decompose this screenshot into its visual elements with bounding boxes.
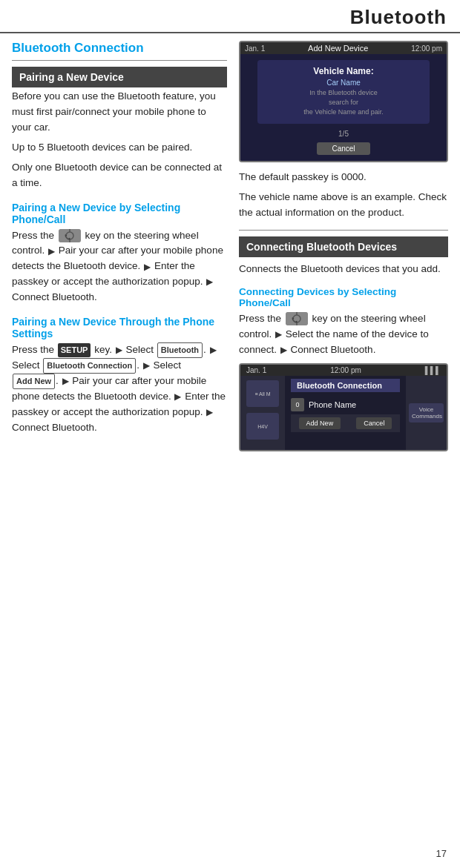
bt-connection-badge: Bluetooth Connection <box>43 358 136 374</box>
svg-text:📞: 📞 <box>65 233 71 240</box>
description-line2: The vehicle name above is an example. Ch… <box>239 190 448 221</box>
pairing-through-settings-heading: Pairing a New Device Through the Phone S… <box>12 316 227 339</box>
screenshot2-add-new-btn[interactable]: Add New <box>299 417 341 429</box>
setup-badge: SETUP <box>58 343 91 357</box>
screenshot2-voice-btn[interactable]: Voice Commands <box>409 403 444 423</box>
pairing-by-phone-heading: Pairing a New Device by Selecting Phone/… <box>12 202 227 225</box>
screenshot1-small1: In the Bluetooth device <box>269 89 418 96</box>
page-title: Bluetooth <box>13 6 447 29</box>
section-title-bluetooth-connection: Bluetooth Connection <box>12 41 227 56</box>
screenshot2-time: 12:00 pm <box>330 366 361 374</box>
svg-text:📞: 📞 <box>292 317 298 323</box>
pairing-para1: Before you can use the Bluetooth feature… <box>12 89 227 136</box>
pairing-through-settings-text: Press the SETUP key. ▶ Select Bluetooth.… <box>12 342 227 436</box>
section-divider <box>12 60 227 61</box>
page-number: 17 <box>436 848 447 859</box>
screenshot2-panel-title: Bluetooth Connection <box>291 379 400 392</box>
screenshot2-bottom-bar: Add New Cancel <box>291 414 400 432</box>
screenshot2-right-side: Voice Commands <box>406 376 447 450</box>
connecting-by-phone-heading: Connecting Devices by Selecting Phone/Ca… <box>239 286 448 308</box>
screenshot1-title: Add New Device <box>265 44 411 53</box>
screenshot1-cancel: Cancel <box>317 142 369 155</box>
screenshot2-date: Jan. 1 <box>246 366 266 374</box>
sidebar-htv-item: H4V <box>246 413 279 440</box>
screenshot2-top-bar: Jan. 1 12:00 pm ▌▌▌ <box>240 365 447 376</box>
connecting-divider <box>239 230 448 231</box>
pairing-para2: Up to 5 Bluetooth devices can be paired. <box>12 140 227 156</box>
connecting-by-phone-text: Press the 📞 key on the steering wheel co… <box>239 311 448 358</box>
screenshot2-signal: ▌▌▌ <box>425 366 441 374</box>
bluetooth-badge: Bluetooth <box>157 342 203 358</box>
right-column: Jan. 1 Add New Device 12:00 pm Vehicle N… <box>239 41 448 451</box>
steer-wheel-icon: 📞 <box>59 229 81 242</box>
screenshot-add-new-device: Jan. 1 Add New Device 12:00 pm Vehicle N… <box>239 41 448 162</box>
screenshot1-card-value: Car Name <box>269 79 418 87</box>
screenshot2-body: ≡ All M H4V Bluetooth Connection 0 Phone… <box>240 376 447 450</box>
connecting-section: Connecting Bluetooth Devices Connects th… <box>239 230 448 277</box>
main-content: Bluetooth Connection Pairing a New Devic… <box>0 33 460 459</box>
screenshot2-phone-name: Phone Name <box>309 400 356 409</box>
connecting-bt-heading: Connecting Bluetooth Devices <box>239 236 448 257</box>
page-header: Bluetooth <box>0 0 460 33</box>
screenshot1-small3: the Vehicle Name and pair. <box>269 108 418 116</box>
pairing-new-device-heading: Pairing a New Device <box>12 67 227 87</box>
screenshot-bt-connection: Jan. 1 12:00 pm ▌▌▌ ≡ All M H4V Bluetoot… <box>239 363 448 451</box>
sidebar-menu-item: ≡ All M <box>246 380 279 407</box>
pairing-para3: Only one Bluetooth device can be connect… <box>12 160 227 191</box>
description-line1: The default passkey is 0000. <box>239 170 448 185</box>
add-new-badge: Add New <box>13 374 55 389</box>
screenshot2-sidebar: ≡ All M H4V <box>240 376 285 450</box>
screenshot1-card: Vehicle Name: Car Name In the Bluetooth … <box>257 60 430 124</box>
screenshot2-phone-item: 0 Phone Name <box>291 395 400 414</box>
screenshot1-content: Vehicle Name: Car Name In the Bluetooth … <box>240 54 447 161</box>
screenshot1-time: 12:00 pm <box>411 44 442 53</box>
screenshot1-pagination: 1/5 <box>338 130 349 138</box>
screenshot1-card-title: Vehicle Name: <box>269 66 418 76</box>
pairing-by-phone-text: Press the 📞 key on the steering wheel co… <box>12 228 227 306</box>
steer-wheel-icon-2: 📞 <box>286 312 308 325</box>
screenshot2-phone-icon: 0 <box>291 398 304 411</box>
screenshot1-date: Jan. 1 <box>245 44 265 53</box>
screenshot1-top-bar: Jan. 1 Add New Device 12:00 pm <box>240 42 447 54</box>
screenshot2-main-panel: Bluetooth Connection 0 Phone Name Add Ne… <box>285 376 406 450</box>
connecting-subtext: Connects the Bluetooth devices that you … <box>239 262 448 277</box>
screenshot2-cancel-btn[interactable]: Cancel <box>356 417 392 429</box>
screenshot1-small2: search for <box>269 99 418 106</box>
left-column: Bluetooth Connection Pairing a New Devic… <box>12 41 227 451</box>
